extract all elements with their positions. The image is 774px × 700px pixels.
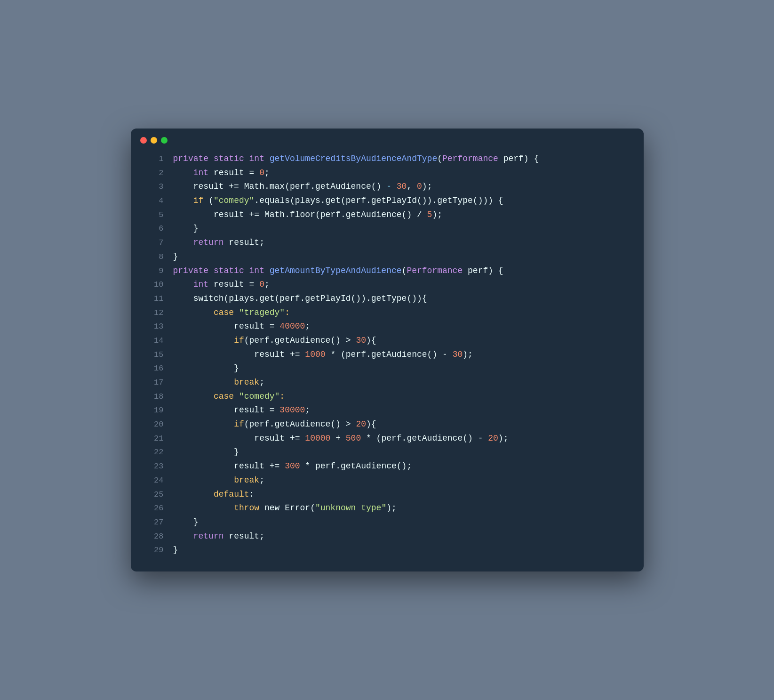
code-content: throw new Error("unknown type");: [173, 501, 397, 515]
line-number: 1: [145, 153, 164, 166]
code-content: private static int getAmountByTypeAndAud…: [173, 264, 503, 278]
code-content: }: [173, 445, 239, 459]
code-content: case "tragedy":: [173, 306, 290, 320]
code-line: 24 break;: [145, 474, 630, 488]
line-number: 25: [145, 488, 164, 501]
code-content: break;: [173, 376, 264, 390]
code-line: 19 result = 30000;: [145, 403, 630, 418]
line-number: 14: [145, 334, 164, 347]
line-number: 7: [145, 236, 164, 249]
code-content: if(perf.getAudience() > 30){: [173, 334, 376, 348]
code-content: result = 30000;: [173, 403, 311, 418]
code-content: default:: [173, 488, 255, 502]
code-content: private static int getVolumeCreditsByAud…: [173, 152, 539, 166]
code-content: }: [173, 362, 239, 376]
code-line: 7 return result;: [145, 236, 630, 250]
line-number: 10: [145, 278, 164, 291]
code-line: 2 int result = 0;: [145, 166, 630, 180]
title-bar: [131, 129, 644, 152]
line-number: 23: [145, 460, 164, 473]
code-editor: 1 private static int getVolumeCreditsByA…: [131, 152, 644, 557]
line-number: 6: [145, 222, 164, 235]
line-number: 2: [145, 167, 164, 180]
line-number: 9: [145, 265, 164, 278]
code-content: result += Math.max(perf.getAudience() - …: [173, 180, 432, 194]
code-line: 10 int result = 0;: [145, 278, 630, 292]
code-window: 1 private static int getVolumeCreditsByA…: [131, 129, 644, 571]
code-content: return result;: [173, 236, 264, 250]
code-content: result += 300 * perf.getAudience();: [173, 459, 412, 474]
line-number: 22: [145, 446, 164, 459]
code-content: result += 10000 + 500 * (perf.getAudienc…: [173, 432, 509, 446]
line-number: 19: [145, 404, 164, 417]
code-line: 6 }: [145, 222, 630, 236]
code-content: case "comedy":: [173, 390, 285, 404]
line-number: 12: [145, 306, 164, 320]
code-line: 8 }: [145, 250, 630, 264]
code-line: 18 case "comedy":: [145, 390, 630, 404]
line-number: 18: [145, 390, 164, 403]
code-content: }: [173, 543, 178, 557]
code-content: return result;: [173, 530, 264, 544]
code-content: if(perf.getAudience() > 20){: [173, 418, 376, 432]
close-button[interactable]: [140, 137, 147, 144]
code-line: 27 }: [145, 515, 630, 530]
code-content: int result = 0;: [173, 278, 270, 292]
code-line: 22 }: [145, 445, 630, 459]
code-content: result += Math.floor(perf.getAudience() …: [173, 208, 443, 222]
code-content: switch(plays.get(perf.getPlayId()).getTy…: [173, 292, 427, 306]
code-line: 12 case "tragedy":: [145, 306, 630, 320]
code-content: }: [173, 222, 199, 236]
code-line: 3 result += Math.max(perf.getAudience() …: [145, 180, 630, 194]
code-content: int result = 0;: [173, 166, 270, 180]
code-content: }: [173, 250, 178, 264]
line-number: 20: [145, 418, 164, 431]
code-line: 15 result += 1000 * (perf.getAudience() …: [145, 348, 630, 362]
code-content: result += 1000 * (perf.getAudience() - 3…: [173, 348, 473, 362]
code-line: 29 }: [145, 543, 630, 557]
line-number: 15: [145, 348, 164, 362]
code-line: 25 default:: [145, 488, 630, 502]
code-line: 28 return result;: [145, 530, 630, 544]
code-content: break;: [173, 474, 264, 488]
line-number: 28: [145, 530, 164, 543]
code-line: 4 if ("comedy".equals(plays.get(perf.get…: [145, 194, 630, 208]
line-number: 13: [145, 320, 164, 333]
line-number: 21: [145, 432, 164, 445]
line-number: 17: [145, 376, 164, 389]
code-line: 21 result += 10000 + 500 * (perf.getAudi…: [145, 432, 630, 446]
code-line: 11 switch(plays.get(perf.getPlayId()).ge…: [145, 292, 630, 306]
minimize-button[interactable]: [151, 137, 157, 144]
code-line: 13 result = 40000;: [145, 320, 630, 334]
code-line: 1 private static int getVolumeCreditsByA…: [145, 152, 630, 166]
line-number: 16: [145, 362, 164, 375]
code-content: if ("comedy".equals(plays.get(perf.getPl…: [173, 194, 503, 208]
code-line: 23 result += 300 * perf.getAudience();: [145, 459, 630, 474]
code-line: 17 break;: [145, 376, 630, 390]
line-number: 11: [145, 292, 164, 306]
code-line: 20 if(perf.getAudience() > 20){: [145, 418, 630, 432]
line-number: 29: [145, 544, 164, 557]
line-number: 27: [145, 516, 164, 529]
line-number: 26: [145, 502, 164, 515]
line-number: 4: [145, 194, 164, 208]
code-content: }: [173, 515, 199, 530]
line-number: 3: [145, 180, 164, 193]
code-line: 14 if(perf.getAudience() > 30){: [145, 334, 630, 348]
code-content: result = 40000;: [173, 320, 311, 334]
code-line: 16 }: [145, 362, 630, 376]
line-number: 5: [145, 209, 164, 222]
code-line: 5 result += Math.floor(perf.getAudience(…: [145, 208, 630, 222]
maximize-button[interactable]: [161, 137, 168, 144]
line-number: 24: [145, 474, 164, 487]
line-number: 8: [145, 250, 164, 264]
code-line: 9 private static int getAmountByTypeAndA…: [145, 264, 630, 278]
code-line: 26 throw new Error("unknown type");: [145, 501, 630, 515]
